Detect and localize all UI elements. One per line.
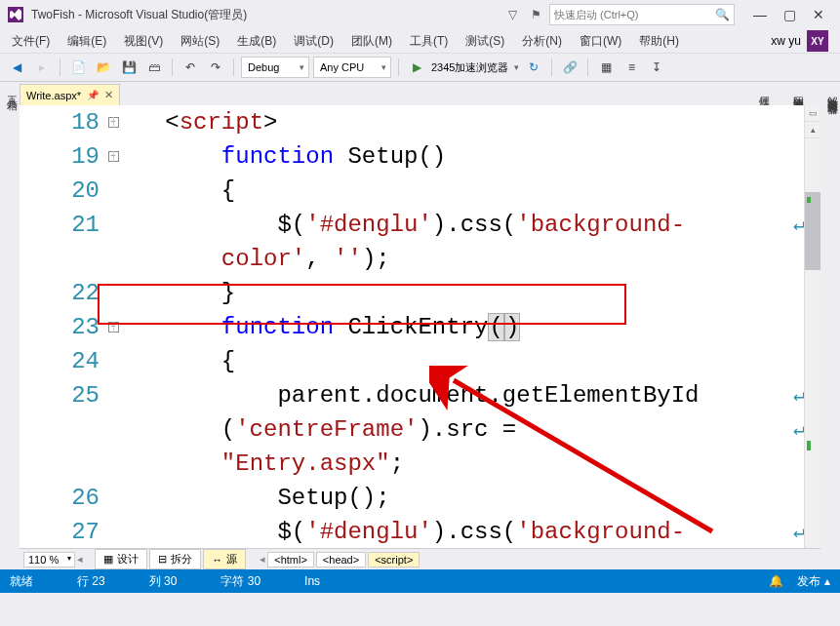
- menu-debug[interactable]: 调试(D): [286, 31, 341, 52]
- menu-window[interactable]: 窗口(W): [572, 31, 629, 52]
- menu-test[interactable]: 测试(S): [458, 31, 512, 52]
- separator: [172, 59, 173, 76]
- separator: [551, 59, 552, 76]
- nav-fwd-button[interactable]: ▸: [31, 57, 53, 78]
- design-view-tab[interactable]: ▦设计: [95, 549, 147, 569]
- tb-misc3[interactable]: ↧: [646, 57, 667, 78]
- separator: [398, 59, 399, 76]
- separator: [587, 59, 588, 76]
- save-button[interactable]: 💾: [118, 57, 140, 78]
- user-badge[interactable]: XY: [807, 30, 828, 52]
- menu-build[interactable]: 生成(B): [229, 31, 284, 52]
- edit-marker: [807, 197, 811, 203]
- line-number: 22: [20, 276, 103, 310]
- user-name[interactable]: xw yu: [771, 34, 801, 48]
- menu-edit[interactable]: 编辑(E): [60, 31, 114, 52]
- redo-button[interactable]: ↷: [205, 57, 226, 78]
- separator: [60, 59, 60, 76]
- status-ins: Ins: [304, 574, 320, 588]
- tb-misc2[interactable]: ≡: [620, 57, 642, 78]
- publish-button[interactable]: 发布▴: [797, 573, 830, 590]
- vertical-scrollbar[interactable]: ▭ ▴: [804, 105, 820, 548]
- solution-explorer-rail[interactable]: 解决方案资源管理器: [825, 88, 840, 569]
- status-char: 字符 30: [220, 573, 260, 590]
- refresh-button[interactable]: ↻: [523, 57, 544, 78]
- menu-tools[interactable]: 工具(T): [402, 31, 456, 52]
- line-number: 23: [20, 310, 103, 344]
- split-view-tab[interactable]: ⊟拆分: [149, 549, 201, 569]
- menu-view[interactable]: 视图(V): [116, 31, 171, 52]
- menu-team[interactable]: 团队(M): [343, 31, 400, 52]
- breadcrumb-html[interactable]: <html>: [267, 552, 314, 567]
- run-target[interactable]: 2345加速浏览器: [431, 60, 508, 75]
- config-combo[interactable]: Debug: [241, 57, 309, 78]
- line-number: 27: [20, 515, 103, 548]
- breadcrumb-head[interactable]: <head>: [316, 552, 366, 567]
- line-number: 25: [20, 378, 103, 412]
- undo-button[interactable]: ↶: [180, 57, 201, 78]
- line-number: 21: [20, 208, 103, 242]
- separator: [233, 59, 234, 76]
- edit-marker: [807, 441, 811, 450]
- quick-launch-input[interactable]: [554, 9, 715, 20]
- new-button[interactable]: 📄: [67, 57, 89, 78]
- source-view-tab[interactable]: ↔源: [203, 549, 246, 569]
- scroll-split-icon[interactable]: ▭: [805, 105, 820, 122]
- close-button[interactable]: ✕: [805, 5, 832, 24]
- quick-launch-box[interactable]: 🔍: [549, 4, 735, 25]
- search-icon: 🔍: [715, 8, 730, 21]
- file-tab-write[interactable]: Write.aspx* 📌 ✕: [20, 84, 120, 105]
- line-number: 24: [20, 344, 103, 378]
- vs-logo-icon: [8, 7, 23, 22]
- code-editor[interactable]: 18− <script> 19− function Setup() 20 { 2…: [20, 105, 820, 548]
- scroll-up-icon[interactable]: ▴: [805, 122, 820, 138]
- run-button[interactable]: ▶: [406, 57, 427, 78]
- nav-back-button[interactable]: ◀: [6, 57, 27, 78]
- tab-filename: Write.aspx*: [26, 90, 81, 101]
- line-number: 19: [20, 139, 103, 174]
- menu-help[interactable]: 帮助(H): [631, 31, 687, 52]
- status-line: 行 23: [77, 573, 105, 590]
- menu-site[interactable]: 网站(S): [173, 31, 227, 52]
- window-title: TwoFish - Microsoft Visual Studio(管理员): [31, 7, 495, 23]
- status-notification-icon[interactable]: 🔔: [769, 574, 783, 588]
- maximize-button[interactable]: ▢: [776, 5, 803, 24]
- browser-link-button[interactable]: 🔗: [559, 57, 580, 78]
- notification-icon[interactable]: ▽: [502, 5, 522, 24]
- scroll-thumb[interactable]: [805, 192, 820, 270]
- line-number: 20: [20, 174, 103, 208]
- line-number: 26: [20, 481, 103, 515]
- open-button[interactable]: 📂: [93, 57, 114, 78]
- zoom-combo[interactable]: 110 %: [23, 552, 75, 567]
- save-all-button[interactable]: 🗃: [143, 57, 165, 78]
- feedback-icon[interactable]: ⚑: [526, 5, 545, 24]
- status-col: 列 30: [149, 573, 178, 590]
- menu-analyze[interactable]: 分析(N): [514, 31, 570, 52]
- pin-icon[interactable]: 📌: [87, 90, 99, 100]
- breadcrumb-script[interactable]: <script>: [368, 552, 420, 567]
- platform-combo[interactable]: Any CPU: [313, 57, 391, 78]
- status-ready: 就绪: [10, 573, 33, 590]
- close-tab-icon[interactable]: ✕: [104, 89, 113, 101]
- minimize-button[interactable]: —: [746, 5, 774, 24]
- toolbox-rail[interactable]: 工具箱: [0, 82, 20, 569]
- menu-file[interactable]: 文件(F): [4, 31, 58, 52]
- line-number: 18: [20, 105, 103, 139]
- tb-misc1[interactable]: ▦: [595, 57, 617, 78]
